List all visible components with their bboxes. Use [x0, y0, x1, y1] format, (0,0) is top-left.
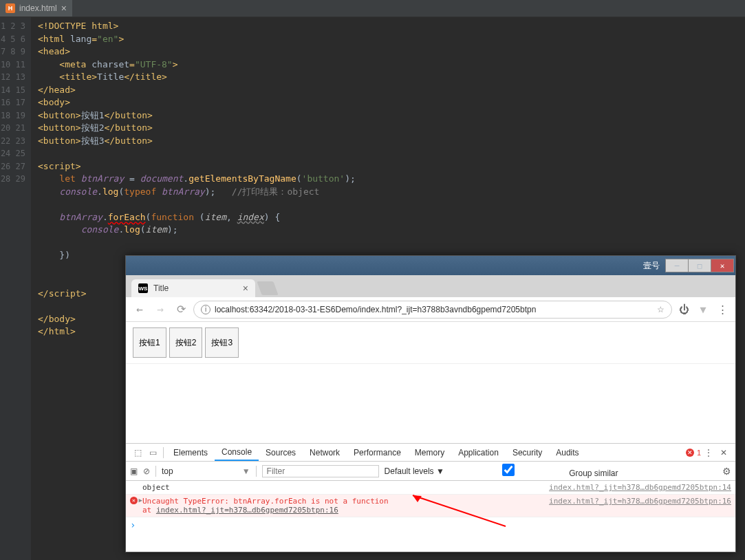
console-settings-icon[interactable]: ⚙: [722, 466, 731, 477]
star-icon[interactable]: ☆: [657, 305, 665, 314]
editor-tab-filename: index.html: [19, 3, 57, 13]
webstorm-favicon-icon: WS: [138, 283, 148, 293]
forward-button[interactable]: →: [152, 301, 169, 318]
error-badge-icon: ✕: [686, 449, 694, 457]
console-prompt[interactable]: ›: [126, 517, 735, 532]
line-number-gutter: 1 2 3 4 5 6 7 8 9 10 11 12 13 14 15 16 1…: [0, 17, 31, 560]
devtools-tab-security[interactable]: Security: [506, 444, 549, 461]
console-error-text: Uncaught TypeError: btnArray.forEach is …: [142, 497, 389, 506]
window-title: 壹号: [643, 260, 660, 272]
html-file-icon: H: [6, 3, 15, 13]
context-selector[interactable]: top ▼: [162, 466, 250, 476]
new-tab-button[interactable]: [257, 281, 278, 295]
browser-tab-strip: WS Title ×: [126, 275, 735, 297]
devtools-tab-elements[interactable]: Elements: [166, 444, 215, 461]
devtools-tab-sources[interactable]: Sources: [259, 444, 303, 461]
console-log-text: object: [142, 483, 170, 492]
maximize-button[interactable]: □: [688, 259, 711, 272]
console-sidebar-toggle-icon[interactable]: ▣: [130, 466, 138, 476]
devtools-tab-performance[interactable]: Performance: [347, 444, 408, 461]
menu-icon[interactable]: ⋮: [715, 303, 730, 316]
address-bar-row: ← → ⟳ i localhost:63342/2018-03-31-ES6De…: [126, 297, 735, 322]
address-bar[interactable]: i localhost:63342/2018-03-31-ES6Demo/ind…: [193, 301, 672, 319]
reload-button[interactable]: ⟳: [173, 301, 189, 318]
devtools-menu-icon[interactable]: ⋮: [701, 448, 716, 457]
devtools-tab-console[interactable]: Console: [215, 444, 259, 461]
window-close-button[interactable]: ✕: [711, 259, 734, 272]
devtools-close-icon[interactable]: ✕: [716, 448, 731, 457]
editor-tab-bar: H index.html ×: [0, 0, 745, 17]
console-log-source-link[interactable]: index.html?_ijt=h378…db6gpemd7205btpn:16: [549, 497, 731, 506]
group-similar-toggle[interactable]: Group similar: [450, 464, 618, 478]
page-viewport: 按钮1 按钮2 按钮3: [126, 322, 735, 363]
devtools-tab-application[interactable]: Application: [451, 444, 506, 461]
devtools-tabs: ⬚ ▭ Elements Console Sources Network Per…: [126, 444, 735, 462]
editor-tab[interactable]: H index.html ×: [0, 0, 72, 17]
error-counter[interactable]: ✕ 1: [686, 449, 701, 457]
console-log-source-link[interactable]: index.html?_ijt=h378…db6gpemd7205btpn:14: [549, 483, 731, 492]
browser-tab-title: Title: [153, 283, 169, 293]
error-icon: ✕: [130, 497, 138, 504]
clear-console-icon[interactable]: ⊘: [143, 466, 150, 476]
page-button-2[interactable]: 按钮2: [169, 327, 203, 358]
page-blank-area: [126, 363, 735, 443]
log-levels-selector[interactable]: Default levels ▼: [385, 466, 444, 476]
console-error-row[interactable]: ✕ ▶ Uncaught TypeError: btnArray.forEach…: [126, 495, 735, 517]
console-filter-bar: ▣ ⊘ top ▼ Default levels ▼ Group similar…: [126, 462, 735, 481]
page-button-3[interactable]: 按钮3: [205, 327, 239, 358]
site-info-icon[interactable]: i: [201, 305, 210, 314]
console-log-row[interactable]: object index.html?_ijt=h378…db6gpemd7205…: [126, 481, 735, 495]
browser-window: 壹号 ─ □ ✕ WS Title × ← → ⟳ i localhost:63…: [125, 255, 736, 552]
power-icon[interactable]: ⏻: [676, 303, 691, 316]
back-button[interactable]: ←: [131, 301, 148, 318]
close-tab-icon[interactable]: ×: [61, 3, 67, 14]
minimize-button[interactable]: ─: [665, 259, 689, 272]
download-icon[interactable]: ▼: [695, 303, 711, 316]
page-button-1[interactable]: 按钮1: [133, 327, 166, 358]
browser-tab[interactable]: WS Title ×: [131, 279, 255, 297]
device-toolbar-icon[interactable]: ▭: [145, 448, 160, 457]
devtools-tab-network[interactable]: Network: [303, 444, 347, 461]
window-titlebar[interactable]: 壹号 ─ □ ✕: [126, 256, 735, 275]
console-filter-input[interactable]: [262, 465, 379, 477]
devtools-panel: ⬚ ▭ Elements Console Sources Network Per…: [126, 443, 735, 532]
devtools-tab-audits[interactable]: Audits: [549, 444, 585, 461]
devtools-tab-memory[interactable]: Memory: [408, 444, 451, 461]
inspect-element-icon[interactable]: ⬚: [130, 448, 145, 457]
close-tab-icon[interactable]: ×: [243, 283, 248, 294]
stack-trace-link[interactable]: index.html?_ijt=h378…db6gpemd7205btpn:16: [156, 506, 338, 515]
console-output: object index.html?_ijt=h378…db6gpemd7205…: [126, 481, 735, 532]
url-text: localhost:63342/2018-03-31-ES6Demo/index…: [215, 305, 536, 314]
